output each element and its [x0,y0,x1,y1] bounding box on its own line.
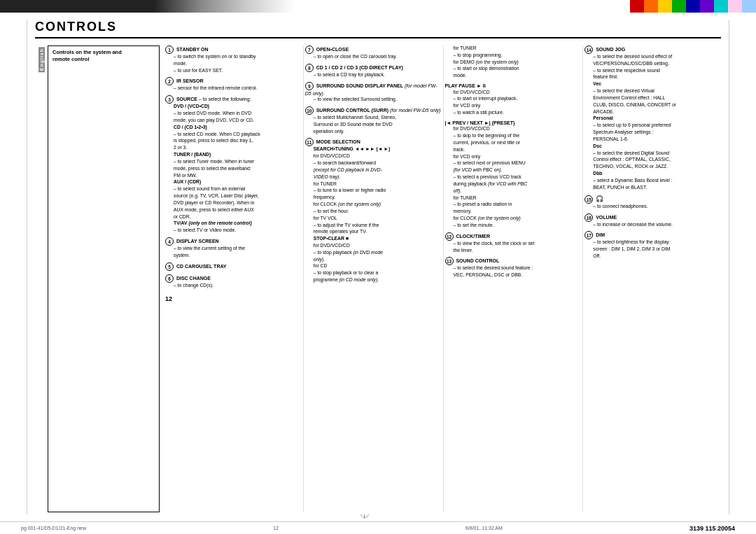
item-prev-next: |◄ PREV / NEXT ►| (PRESET) for DVD/VCD/C… [445,120,582,229]
sound-jog-vec-line1: – to select the desired Virtual [593,88,721,94]
sound-jog-line3: – to select the respective sound [593,68,721,74]
mode-stop-line5: – to stop playback or to clear a [314,270,442,276]
play-pause-line3: for VCD only [454,103,582,109]
dim-line1: – to select brightness for the display [593,239,721,246]
sound-jog-vec-line4: ARCADE. [593,109,721,115]
right-border [729,20,729,514]
sound-control-line2: VEC, PERSONAL, DSC or DBB. [454,272,582,279]
prev-next-line5: for VCD only [454,154,582,160]
item-number-13: 13 [445,257,454,265]
source-sub-cd: CD / (CD 1•2•3) [174,125,302,131]
prev-next-line8: – to select a previous VCD track [454,174,582,181]
item-body-dim: – to select brightness for the display s… [584,239,721,259]
prev-next-line14: for CLOCK (on the system only) [454,216,582,222]
display-line2: system. [174,253,302,259]
intro-line1: Controls on the system and [52,49,122,55]
item-body-play-pause: for DVD/VCD/CD – to start or interrupt p… [445,90,582,116]
item-number-3: 3 [165,95,174,104]
item-title-dim: DIM [596,232,605,237]
disc-line1: – to change CD(s). [174,283,302,289]
item-body-surround-panel: – to view the selected Surround setting. [305,97,442,103]
item-carousel: 5 CD CAROUSEL TRAY [165,262,302,271]
item-surround-control: 10 SURROUND CONTROL (SURR) (for model FW… [305,106,442,134]
item-number-8: 8 [305,64,314,72]
divider-3 [582,45,583,512]
mode-search-line11: – to adjust the TV volume if the [314,223,442,229]
mode-search-line9: – to set the hour. [314,209,442,215]
item-display: 4 DISPLAY SCREEN – to view the current s… [165,237,302,259]
color-purple [700,0,714,13]
item-body-standby: – to switch the system on or to standby … [165,54,302,73]
surround-line3: operation only. [314,129,442,135]
item-title-source: SOURCE [176,97,197,101]
source-aux-line2: source (e.g. TV, VCR, Laser Disc player, [174,193,302,199]
sound-jog-vec-line3: CLUB, DISCO, CINEMA, CONCERT or [593,102,721,108]
item-body-headphones: – to connect headphones. [584,204,721,210]
item-title-volume: VOLUME [596,214,617,219]
item-headphones: 15 🎧 – to connect headphones. [584,195,721,210]
item-mode-selection: 11 MODE SELECTION SEARCH•TUNING ◄◄ ►► (◄… [305,138,442,283]
mode-sub-search: SEARCH•TUNING ◄◄ ►► (◄ ►) [314,146,442,153]
item-number-1: 1 [165,45,174,54]
item-number-12: 12 [445,232,454,241]
item-number-10: 10 [305,106,314,115]
volume-line1: – to increase or decrease the volume. [593,222,721,228]
display-line1: – to view the current setting of the [174,246,302,252]
item-cd-direct: 8 CD 1 / CD 2 / CD 3 (CD DIRECT PLAY) – … [305,64,442,78]
mode-search-line1: for DVD/VCD/CD [314,153,442,160]
item-number-7: 7 [305,45,314,54]
item-body-mode: SEARCH•TUNING ◄◄ ►► (◄ ►) for DVD/VCD/CD… [305,146,442,283]
color-red [630,0,644,13]
item-volume: 16 VOLUME – to increase or decrease the … [584,213,721,228]
column-1: 1 STANDBY ON – to switch the system on o… [165,45,302,512]
mode-stop-line2: – to stop playback (in DVD mode [314,250,442,256]
item-surround-panel: 9 SURROUND SOUND DISPLAY PANEL (for mode… [305,82,442,103]
top-bar-colors [630,0,756,13]
item-source-extra: – to select the following: [197,97,251,101]
source-tuner-line1: – to select Tuner mode. When in tuner [174,159,302,165]
item-body-cd-direct: – to select a CD tray for playback. [305,72,442,78]
item-body-surround-control: – to select Multichannel Sound, Stereo, … [305,115,442,134]
language-label: English [35,45,48,512]
item-disc-change: 6 DISC CHANGE – to change CD(s). [165,274,302,289]
sound-jog-personal-line1: – to select up to 6 personal preferred [593,122,721,129]
item-title-disc: DISC CHANGE [176,276,211,281]
source-aux-line3: DVD player or CD Recorder). When in [174,200,302,206]
headphone-icon: 🎧 [596,195,603,202]
source-cd-line1: – to select CD mode. When CD playback [174,132,302,138]
color-pink [728,0,742,13]
sound-jog-line1: – to select the desired sound effect of [593,54,721,60]
play-pause-line4: – to watch a still picture. [454,110,582,116]
source-cd-line2: is stopped, press to select disc tray 1, [174,138,302,144]
item-number-5: 5 [165,262,174,271]
main-content: CONTROLS English Controls on the system … [35,20,721,514]
open-close-line1: – to open or close the CD carousel tray. [314,54,442,60]
source-aux-line4: AUX mode, press to select either AUX [174,207,302,213]
prev-next-line12: – to preset a radio station in [454,202,582,208]
item-title-sound-control: SOUND CONTROL [456,258,499,263]
item-standby: 1 STANDBY ON – to switch the system on o… [165,45,302,73]
mode-search-line5: for TUNER [314,181,442,188]
sound-jog-dbb-line2: BEAT, PUNCH or BLAST. [593,185,721,191]
item-title-surround-control: SURROUND CONTROL (SURR) [316,108,388,113]
item-title-clock: CLOCK/TIMER [456,234,490,239]
prev-next-line7: (for VCD with PBC on). [454,167,582,174]
item-title-surround-panel: SURROUND SOUND DISPLAY PANEL [316,83,403,88]
item-body-open-close: – to open or close the CD carousel tray. [305,54,442,60]
prev-next-line4: track. [454,147,582,153]
sound-jog-dsc-line3: TECHNO, VOCAL, ROCK or JAZZ. [593,164,721,170]
item-number-17: 17 [584,231,593,239]
item-page-number: 12 [165,295,302,303]
sound-jog-dsc: Dsc [593,143,721,150]
play-pause-line1: for DVD/VCD/CD [454,90,582,96]
item-dim: 17 DIM – to select brightness for the di… [584,231,721,259]
sound-jog-dbb: Dbb [593,171,721,177]
source-tvav-line1: – to select TV or Video mode. [174,227,302,234]
item-title-prev-next: |◄ PREV / NEXT ►| (PRESET) [445,120,515,125]
footer: pg 001-41/D5-D1/21-Eng new 12 6/8/01, 11… [0,521,756,534]
source-aux-line5: or CDR. [174,214,302,220]
prev-next-line10: off). [454,188,582,195]
sound-jog-line2: VEC/PERSONAL/DSC/DBB setting. [593,61,721,67]
footer-center-page: 12 [273,526,279,531]
color-blue [686,0,700,13]
